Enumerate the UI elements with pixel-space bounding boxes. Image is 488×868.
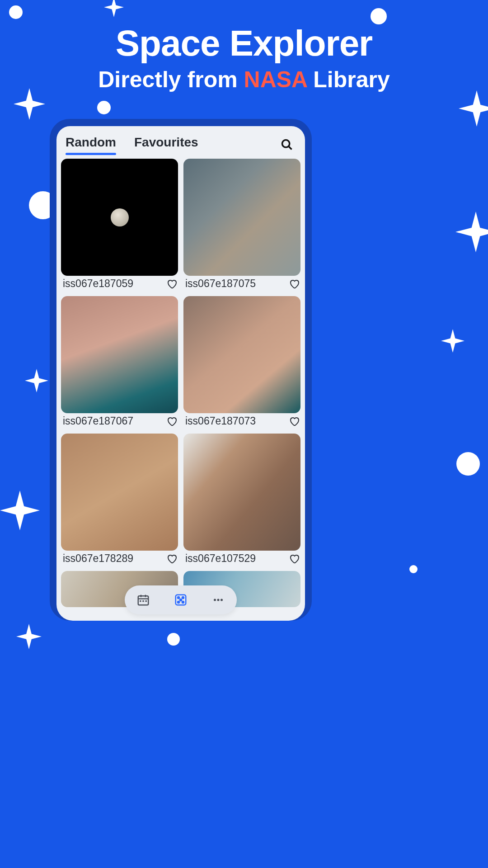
heart-icon[interactable]: [166, 553, 177, 564]
tabs-bar: Random Favourites: [56, 126, 305, 159]
dice-icon: [174, 593, 188, 607]
bottom-nav: [125, 585, 237, 614]
nav-dice[interactable]: [174, 593, 188, 607]
search-icon: [281, 138, 293, 151]
tile-image: [61, 159, 178, 276]
svg-point-12: [180, 599, 182, 601]
tile-label: iss067e187073: [185, 415, 256, 427]
heart-icon[interactable]: [166, 278, 177, 289]
sparkle-icon: [25, 369, 48, 392]
image-grid: iss067e187059 iss067e187075: [56, 159, 305, 607]
svg-point-17: [221, 599, 223, 601]
star-dot: [371, 8, 387, 24]
tile-label: iss067e187067: [63, 415, 133, 427]
star-dot: [456, 452, 480, 476]
calendar-icon: [136, 593, 150, 607]
heart-icon[interactable]: [289, 553, 300, 564]
tile-label: iss067e187075: [185, 278, 256, 290]
sparkle-icon: [14, 88, 45, 120]
sparkle-icon: [16, 624, 42, 649]
nav-calendar[interactable]: [136, 593, 150, 607]
svg-point-0: [282, 140, 290, 147]
sparkle-icon: [455, 212, 488, 252]
grid-tile[interactable]: iss067e187059: [61, 159, 178, 292]
svg-point-11: [182, 597, 184, 599]
star-dot: [97, 101, 111, 114]
svg-point-16: [217, 599, 219, 601]
heart-icon[interactable]: [289, 278, 300, 289]
star-dot: [9, 5, 23, 19]
search-button[interactable]: [281, 138, 296, 151]
tab-favourites[interactable]: Favourites: [134, 135, 198, 154]
phone-screen: Random Favourites iss067e187059: [56, 126, 305, 621]
grid-tile[interactable]: iss067e187075: [183, 159, 300, 292]
nav-more[interactable]: [211, 593, 225, 607]
star-dot: [409, 565, 418, 573]
tile-label: iss067e107529: [185, 552, 256, 565]
moon-icon: [111, 208, 129, 226]
grid-tile[interactable]: iss067e187073: [183, 296, 300, 430]
tile-label: iss067e178289: [63, 552, 133, 565]
sparkle-icon: [104, 0, 124, 17]
tile-image: [183, 434, 300, 551]
svg-point-13: [178, 601, 179, 603]
heart-icon[interactable]: [166, 416, 177, 427]
sparkle-icon: [459, 90, 488, 127]
sparkle-icon: [0, 491, 40, 530]
svg-point-10: [178, 597, 179, 599]
tile-label: iss067e187059: [63, 278, 133, 290]
sparkle-icon: [441, 329, 465, 353]
star-dot: [167, 633, 180, 646]
header-title: Space Explorer: [0, 23, 488, 64]
svg-line-1: [289, 146, 292, 150]
grid-tile[interactable]: iss067e107529: [183, 434, 300, 567]
svg-point-14: [182, 601, 184, 603]
tile-image: [61, 296, 178, 413]
more-icon: [211, 593, 225, 607]
tab-random[interactable]: Random: [66, 135, 116, 154]
tile-image: [183, 159, 300, 276]
grid-tile[interactable]: iss067e178289: [61, 434, 178, 567]
tile-image: [183, 296, 300, 413]
header-subtitle: Directly from NASA Library: [0, 66, 488, 93]
marketing-header: Space Explorer Directly from NASA Librar…: [0, 23, 488, 93]
svg-point-15: [214, 599, 216, 601]
tile-image: [61, 434, 178, 551]
phone-frame: Random Favourites iss067e187059: [50, 119, 312, 621]
heart-icon[interactable]: [289, 416, 300, 427]
grid-tile[interactable]: iss067e187067: [61, 296, 178, 430]
